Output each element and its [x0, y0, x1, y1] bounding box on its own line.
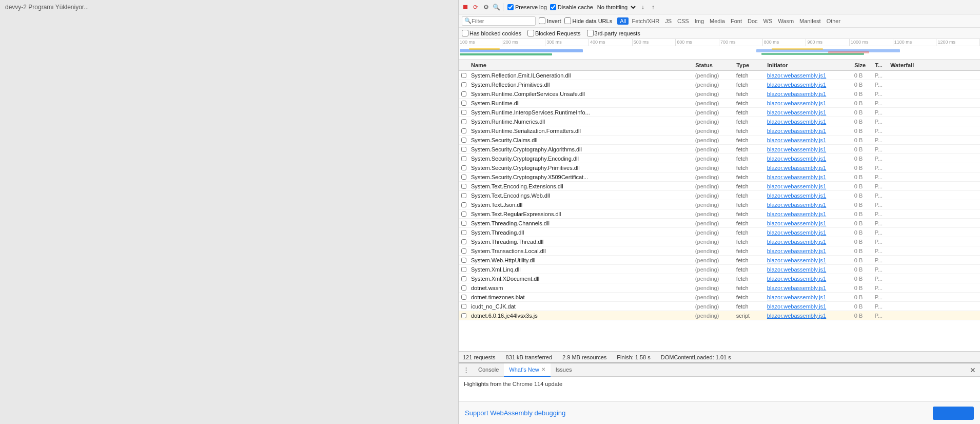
- row-initiator-7[interactable]: blazor.webassembly.js1: [766, 137, 853, 143]
- table-row[interactable]: System.Xml.XDocument.dll (pending) fetch…: [459, 274, 980, 283]
- search-icon[interactable]: 🔍: [492, 3, 501, 12]
- row-initiator-22[interactable]: blazor.webassembly.js1: [766, 276, 853, 282]
- row-checkbox-21[interactable]: [459, 267, 469, 272]
- table-row[interactable]: System.Security.Cryptography.Algorithms.…: [459, 145, 980, 154]
- row-initiator-20[interactable]: blazor.webassembly.js1: [766, 257, 853, 263]
- filter-icon[interactable]: ⚙: [481, 3, 491, 12]
- row-checkbox-22[interactable]: [459, 276, 469, 281]
- header-waterfall[interactable]: Waterfall: [890, 62, 980, 68]
- table-row[interactable]: System.Text.Encoding.Extensions.dll (pen…: [459, 182, 980, 191]
- row-initiator-0[interactable]: blazor.webassembly.js1: [766, 72, 853, 79]
- row-checkbox-1[interactable]: [459, 82, 469, 87]
- row-checkbox-input-19[interactable]: [461, 248, 466, 254]
- table-row[interactable]: System.Security.Cryptography.X509Certifi…: [459, 172, 980, 182]
- row-checkbox-0[interactable]: [459, 73, 469, 78]
- row-initiator-25[interactable]: blazor.webassembly.js1: [766, 303, 853, 310]
- type-tab-ws[interactable]: WS: [761, 17, 775, 25]
- row-initiator-8[interactable]: blazor.webassembly.js1: [766, 146, 853, 152]
- row-checkbox-14[interactable]: [459, 202, 469, 207]
- row-initiator-19[interactable]: blazor.webassembly.js1: [766, 248, 853, 254]
- row-checkbox-11[interactable]: [459, 175, 469, 180]
- row-checkbox-input-1[interactable]: [461, 82, 466, 87]
- table-row[interactable]: icudt_no_CJK.dat (pending) fetch blazor.…: [459, 302, 980, 311]
- table-row[interactable]: System.Threading.Thread.dll (pending) fe…: [459, 237, 980, 246]
- table-row[interactable]: System.Reflection.Emit.ILGeneration.dll …: [459, 71, 980, 80]
- has-blocked-cookies-group[interactable]: Has blocked cookies: [462, 30, 521, 36]
- row-initiator-4[interactable]: blazor.webassembly.js1: [766, 109, 853, 115]
- table-row[interactable]: System.Security.Claims.dll (pending) fet…: [459, 136, 980, 145]
- filter-input-wrap[interactable]: 🔍: [462, 16, 536, 26]
- tab-console[interactable]: Console: [473, 363, 504, 377]
- row-checkbox-input-3[interactable]: [461, 101, 466, 106]
- table-row[interactable]: System.Reflection.Primitives.dll (pendin…: [459, 80, 980, 89]
- row-checkbox-input-25[interactable]: [461, 304, 466, 309]
- row-checkbox-input-17[interactable]: [461, 230, 466, 235]
- row-checkbox-input-20[interactable]: [461, 258, 466, 263]
- type-tab-fetch-xhr[interactable]: Fetch/XHR: [629, 17, 662, 25]
- row-checkbox-input-4[interactable]: [461, 110, 466, 115]
- bottom-panel-close[interactable]: ✕: [968, 365, 978, 375]
- row-checkbox-18[interactable]: [459, 239, 469, 244]
- type-tab-manifest[interactable]: Manifest: [797, 17, 824, 25]
- row-checkbox-25[interactable]: [459, 304, 469, 309]
- table-row[interactable]: System.Text.Json.dll (pending) fetch bla…: [459, 200, 980, 209]
- header-name[interactable]: Name: [469, 62, 695, 68]
- row-checkbox-24[interactable]: [459, 295, 469, 300]
- header-size[interactable]: Size: [854, 62, 875, 68]
- row-checkbox-2[interactable]: [459, 91, 469, 97]
- table-row[interactable]: System.Transactions.Local.dll (pending) …: [459, 246, 980, 256]
- row-checkbox-input-0[interactable]: [461, 73, 466, 78]
- blocked-requests-checkbox[interactable]: [527, 30, 534, 36]
- has-blocked-cookies-checkbox[interactable]: [462, 30, 468, 36]
- table-row[interactable]: System.Security.Cryptography.Encoding.dl…: [459, 154, 980, 163]
- filter-input[interactable]: [472, 18, 533, 24]
- support-button[interactable]: [933, 407, 974, 420]
- row-initiator-13[interactable]: blazor.webassembly.js1: [766, 192, 853, 199]
- table-row[interactable]: System.Runtime.Numerics.dll (pending) fe…: [459, 117, 980, 126]
- row-checkbox-15[interactable]: [459, 211, 469, 217]
- type-tab-other[interactable]: Other: [824, 17, 844, 25]
- row-checkbox-input-10[interactable]: [461, 165, 466, 170]
- row-checkbox-input-15[interactable]: [461, 211, 466, 217]
- row-checkbox-19[interactable]: [459, 248, 469, 254]
- row-initiator-11[interactable]: blazor.webassembly.js1: [766, 174, 853, 180]
- table-row[interactable]: System.Runtime.CompilerServices.Unsafe.d…: [459, 89, 980, 99]
- header-time[interactable]: T...: [875, 62, 890, 68]
- row-initiator-2[interactable]: blazor.webassembly.js1: [766, 91, 853, 97]
- row-checkbox-input-6[interactable]: [461, 128, 466, 133]
- preserve-log-checkbox[interactable]: [507, 4, 514, 10]
- third-party-checkbox[interactable]: [587, 30, 594, 36]
- header-type[interactable]: Type: [736, 62, 767, 68]
- table-row[interactable]: dotnet.6.0.16.je44lvsx3s.js (pending) sc…: [459, 311, 980, 320]
- import-icon[interactable]: ↓: [638, 3, 648, 12]
- row-checkbox-input-21[interactable]: [461, 267, 466, 272]
- row-initiator-17[interactable]: blazor.webassembly.js1: [766, 229, 853, 236]
- type-tab-img[interactable]: Img: [692, 17, 707, 25]
- row-checkbox-input-14[interactable]: [461, 202, 466, 207]
- row-checkbox-6[interactable]: [459, 128, 469, 133]
- type-tab-font[interactable]: Font: [728, 17, 744, 25]
- stop-recording-button[interactable]: ⏹: [461, 3, 470, 12]
- row-checkbox-input-9[interactable]: [461, 156, 466, 161]
- blocked-requests-group[interactable]: Blocked Requests: [527, 30, 581, 36]
- tab-whats-new[interactable]: What's New ✕: [504, 363, 550, 377]
- row-checkbox-10[interactable]: [459, 165, 469, 170]
- row-initiator-21[interactable]: blazor.webassembly.js1: [766, 266, 853, 273]
- row-initiator-12[interactable]: blazor.webassembly.js1: [766, 183, 853, 189]
- refresh-button[interactable]: ⟳: [471, 3, 480, 12]
- table-body[interactable]: System.Reflection.Emit.ILGeneration.dll …: [459, 71, 980, 351]
- hide-data-urls-checkbox[interactable]: [564, 17, 571, 24]
- row-checkbox-input-23[interactable]: [461, 285, 466, 291]
- throttle-select[interactable]: No throttling: [594, 4, 637, 11]
- row-initiator-15[interactable]: blazor.webassembly.js1: [766, 211, 853, 217]
- row-initiator-23[interactable]: blazor.webassembly.js1: [766, 285, 853, 291]
- row-checkbox-8[interactable]: [459, 147, 469, 152]
- row-initiator-9[interactable]: blazor.webassembly.js1: [766, 156, 853, 162]
- table-row[interactable]: dotnet.wasm (pending) fetch blazor.webas…: [459, 283, 980, 293]
- table-row[interactable]: System.Runtime.dll (pending) fetch blazo…: [459, 99, 980, 108]
- row-initiator-18[interactable]: blazor.webassembly.js1: [766, 239, 853, 245]
- row-checkbox-input-22[interactable]: [461, 276, 466, 281]
- row-checkbox-16[interactable]: [459, 221, 469, 226]
- row-checkbox-input-11[interactable]: [461, 175, 466, 180]
- hide-data-urls-group[interactable]: Hide data URLs: [564, 17, 613, 24]
